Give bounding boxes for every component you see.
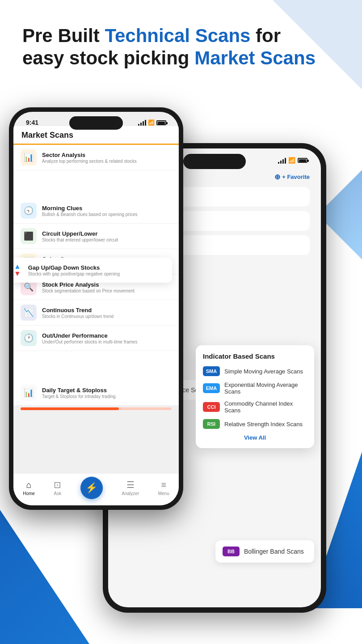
cci-badge: CCI	[203, 402, 220, 412]
trend-name: Continuous Trend	[42, 307, 172, 314]
trend-icon: 📉	[21, 305, 37, 321]
indicator-cci[interactable]: CCI Commodity Channel Index Scans	[203, 400, 307, 414]
circuit-text: Circuit Upper/Lower Stocks that entered …	[42, 230, 172, 242]
progress-bar-fill	[21, 407, 119, 410]
morning-text: Morning Clues Bullish & Bearish clues ba…	[42, 205, 172, 217]
phone-front: 9:41 📶 Market Scans	[9, 107, 183, 510]
phone-front-screen: 9:41 📶 Market Scans	[13, 112, 179, 505]
nav-analyzer-label: Analyzer	[122, 491, 139, 496]
phone-front-notch	[69, 116, 123, 130]
sma-badge: SMA	[203, 366, 220, 376]
header-highlight-2: Market Scans	[194, 47, 316, 68]
nav-menu[interactable]: ≡ Menu	[158, 480, 169, 496]
gap-name: Gap Up/Gap Down Stocks	[28, 264, 165, 271]
favorite-button[interactable]: ⊕ + Favorite	[274, 173, 310, 181]
header-line1: Pre Built Technical Scans for	[22, 25, 340, 47]
target-name: Daily Target & Stoploss	[42, 387, 172, 394]
back-battery-icon	[298, 158, 307, 163]
nav-ask[interactable]: ⊡ Ask	[54, 479, 61, 496]
indicator-rsi[interactable]: RSI Relative Strength Index Scans	[203, 419, 307, 429]
favorite-label: + Favorite	[282, 174, 310, 180]
ask-icon: ⊡	[54, 479, 61, 490]
gap-desc: Stocks with gap positive/gap negative op…	[28, 271, 165, 276]
front-signal-icon	[138, 119, 146, 126]
back-signal-icon	[278, 157, 286, 164]
week52-spacer: 52w Near 52Week High/Low Stocks that are…	[13, 351, 179, 380]
performance-icon: 🕐	[21, 330, 37, 346]
price-desc: Stock segmentation based on Price moveme…	[42, 288, 172, 293]
phone-back-notch	[183, 154, 246, 169]
gap-spacer: ▲ ▼ Gap Up/Gap Down Stocks Stocks with g…	[13, 170, 179, 198]
gap-icon-group: ▲ ▼	[14, 263, 21, 277]
rsi-text: Relative Strength Index Scans	[224, 421, 303, 428]
nav-menu-label: Menu	[158, 491, 169, 496]
scan-item-trend[interactable]: 📉 Continuous Trend Stocks in Continuous …	[13, 300, 179, 326]
morning-desc: Bullish & Bearish clues based on opening…	[42, 212, 172, 217]
phones-container: 9:41 📶 d Scans	[0, 107, 362, 644]
indicator-sma[interactable]: SMA Simple Moving Average Scans	[203, 366, 307, 376]
scan-item-morning[interactable]: 🕤 Morning Clues Bullish & Bearish clues …	[13, 198, 179, 224]
front-screen-title: Market Scans	[21, 131, 171, 144]
scan-item-performance[interactable]: 🕐 Out/Under Performance Under/Out perfor…	[13, 326, 179, 351]
front-status-time: 9:41	[26, 119, 38, 126]
trend-desc: Stocks in Continuous up/down trend	[42, 314, 172, 319]
morning-name: Morning Clues	[42, 205, 172, 212]
header-plain-text-1: Pre Built	[22, 25, 105, 46]
header-section: Pre Built Technical Scans for easy stock…	[22, 25, 340, 70]
nav-center-button[interactable]: ⚡	[80, 477, 103, 499]
nav-home-label: Home	[23, 491, 35, 496]
circuit-name: Circuit Upper/Lower	[42, 230, 172, 237]
sector-desc: Analyze top performing sectors & related…	[42, 159, 172, 164]
progress-bar-container	[21, 407, 172, 410]
header-line2: easy stock picking Market Scans	[22, 47, 340, 69]
circuit-desc: Stocks that entered upper/lower circuit	[42, 237, 172, 242]
morning-icon: 🕤	[21, 203, 37, 219]
sector-name: Sector Analysis	[42, 152, 172, 158]
indicator-ema[interactable]: EMA Exponential Moving Average Scans	[203, 381, 307, 395]
indicator-popup: Indicator Based Scans SMA Simple Moving …	[196, 345, 314, 448]
home-icon: ⌂	[26, 480, 32, 490]
center-bolt-icon: ⚡	[85, 482, 97, 494]
view-all-text: View All	[244, 434, 266, 441]
view-all-button[interactable]: View All	[203, 434, 307, 441]
front-wifi-icon: 📶	[148, 119, 155, 126]
sma-text: Simple Moving Average Scans	[224, 368, 303, 375]
trend-text: Continuous Trend Stocks in Continuous up…	[42, 307, 172, 319]
target-desc: Target & Stoploss for intraday trading	[42, 394, 172, 399]
header-end-1: for	[250, 25, 281, 46]
sector-icon: 📊	[21, 149, 37, 165]
sector-text: Sector Analysis Analyze top performing s…	[42, 152, 172, 164]
target-text: Daily Target & Stoploss Target & Stoplos…	[42, 387, 172, 399]
target-icon: 📊	[21, 385, 37, 401]
bottom-nav: ⌂ Home ⊡ Ask ⚡ ☰ Analyzer ≡ Menu	[13, 473, 179, 505]
bollinger-row[interactable]: BB Bollinger Band Scans	[215, 540, 314, 563]
performance-desc: Under/Out performer stocks in multi-time…	[42, 339, 172, 344]
cci-text: Commodity Channel Index Scans	[224, 400, 307, 414]
bb-badge: BB	[223, 547, 240, 556]
bb-text: Bollinger Band Scans	[244, 548, 304, 555]
indicator-title: Indicator Based Scans	[203, 352, 307, 360]
plus-circle-icon: ⊕	[274, 173, 280, 181]
scan-item-sector[interactable]: 📊 Sector Analysis Analyze top performing…	[13, 145, 179, 170]
performance-name: Out/Under Performance	[42, 332, 172, 339]
nav-analyzer[interactable]: ☰ Analyzer	[122, 479, 139, 496]
scan-list: 📊 Sector Analysis Analyze top performing…	[13, 145, 179, 406]
ema-text: Exponential Moving Average Scans	[224, 381, 307, 395]
front-battery-icon	[156, 120, 166, 125]
nav-ask-label: Ask	[54, 491, 62, 496]
circuit-icon: ⬛	[21, 228, 37, 244]
rsi-badge: RSI	[203, 419, 220, 429]
ema-badge: EMA	[203, 383, 220, 393]
header-highlight-1: Technical Scans	[105, 25, 250, 46]
back-wifi-icon: 📶	[288, 157, 295, 164]
header-plain-text-2: easy stock picking	[22, 47, 194, 68]
menu-icon: ≡	[161, 480, 166, 490]
scan-item-circuit[interactable]: ⬛ Circuit Upper/Lower Stocks that entere…	[13, 224, 179, 249]
price-text: Stock Price Analysis Stock segmentation …	[42, 281, 172, 293]
performance-text: Out/Under Performance Under/Out performe…	[42, 332, 172, 344]
gap-text: Gap Up/Gap Down Stocks Stocks with gap p…	[28, 264, 165, 276]
scan-item-target[interactable]: 📊 Daily Target & Stoploss Target & Stopl…	[13, 380, 179, 406]
nav-home[interactable]: ⌂ Home	[23, 480, 35, 496]
gap-highlight[interactable]: ▲ ▼ Gap Up/Gap Down Stocks Stocks with g…	[13, 258, 172, 283]
analyzer-icon: ☰	[126, 479, 135, 490]
